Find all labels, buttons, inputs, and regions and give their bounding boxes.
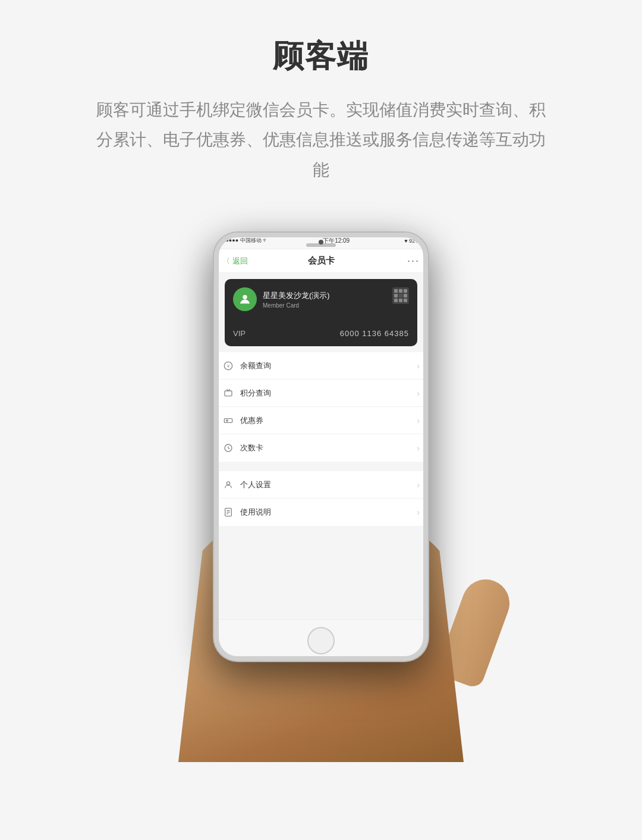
instructions-icon <box>222 506 234 518</box>
menu-item-points[interactable]: 积分查询 › <box>214 380 428 407</box>
qr-cell-5 <box>399 294 402 297</box>
vip-label: VIP <box>233 329 246 338</box>
qr-cell-4 <box>394 294 398 297</box>
qr-code-icon[interactable] <box>392 287 409 304</box>
arrow-icon-instructions: › <box>417 507 420 517</box>
nav-more-button[interactable]: ··· <box>407 255 420 267</box>
arrow-icon-profile: › <box>417 480 420 490</box>
points-icon <box>222 387 234 399</box>
section-gap <box>214 462 428 466</box>
arrow-icon-session-card: › <box>417 443 420 453</box>
card-bottom: VIP 6000 1136 64385 <box>233 329 409 338</box>
arrow-icon-points: › <box>417 388 420 398</box>
arrow-icon-coupon: › <box>417 416 420 425</box>
menu-label-instructions: 使用说明 <box>240 507 411 518</box>
member-card-section: 星星美发沙龙(演示) Member Card <box>219 279 423 346</box>
menu-label-balance: 余额查询 <box>240 361 411 371</box>
svg-text:¥: ¥ <box>227 363 229 368</box>
menu-label-points: 积分查询 <box>240 388 411 399</box>
session-card-icon <box>222 442 234 454</box>
menu-item-coupon[interactable]: 优惠券 › <box>214 407 428 434</box>
member-card[interactable]: 星星美发沙龙(演示) Member Card <box>225 279 417 346</box>
card-shop-name: 星星美发沙龙(演示) <box>263 290 409 301</box>
nav-title: 会员卡 <box>308 255 335 267</box>
profile-icon <box>222 479 234 491</box>
menu-label-coupon: 优惠券 <box>240 415 411 426</box>
qr-cell-9 <box>404 299 407 302</box>
svg-point-7 <box>226 481 229 484</box>
status-carrier: ●●●●● 中国移动 ᯤ <box>222 237 268 245</box>
qr-cell-1 <box>394 289 398 293</box>
qr-cell-7 <box>394 299 398 302</box>
card-number: 6000 1136 64385 <box>340 329 409 338</box>
menu-item-session-card[interactable]: 次数卡 › <box>214 434 428 462</box>
card-type-label: Member Card <box>263 302 409 309</box>
qr-cell-6 <box>404 294 407 297</box>
menu-group-1: ¥ 余额查询 › 积分查询 › <box>214 352 428 462</box>
card-avatar <box>233 287 257 311</box>
svg-point-0 <box>243 295 247 299</box>
menu-label-session-card: 次数卡 <box>240 443 411 453</box>
qr-cell-8 <box>399 299 402 302</box>
phone-mockup: ●●●●● 中国移动 ᯤ 下午12:09 ♥ 92% 〈 返回 会员卡 ··· <box>155 233 487 744</box>
menu-item-balance[interactable]: ¥ 余额查询 › <box>214 352 428 380</box>
page-subtitle: 顾客可通过手机绑定微信会员卡。实现储值消费实时查询、积分累计、电子优惠券、优惠信… <box>89 95 553 185</box>
app-nav: 〈 返回 会员卡 ··· <box>214 249 428 273</box>
menu-item-profile[interactable]: 个人设置 › <box>214 471 428 499</box>
coupon-icon <box>222 415 234 427</box>
arrow-icon-balance: › <box>417 361 420 371</box>
qr-cell-3 <box>404 289 407 293</box>
svg-rect-3 <box>225 391 232 396</box>
phone-camera <box>319 240 323 245</box>
card-info: 星星美发沙龙(演示) Member Card <box>263 290 409 309</box>
balance-icon: ¥ <box>222 360 234 372</box>
nav-back-button[interactable]: 〈 返回 <box>222 256 248 267</box>
page-wrapper: 顾客端 顾客可通过手机绑定微信会员卡。实现储值消费实时查询、积分累计、电子优惠券… <box>0 0 642 768</box>
svg-point-5 <box>226 419 228 421</box>
home-button[interactable] <box>307 627 335 654</box>
menu-label-profile: 个人设置 <box>240 479 411 490</box>
screen-content: 星星美发沙龙(演示) Member Card <box>214 273 428 619</box>
page-title: 顾客端 <box>273 36 369 77</box>
status-battery: ♥ 92% <box>404 238 420 244</box>
phone-bottom-bar <box>214 619 428 661</box>
menu-group-2: 个人设置 › 使用说明 › <box>214 471 428 526</box>
phone-body: ●●●●● 中国移动 ᯤ 下午12:09 ♥ 92% 〈 返回 会员卡 ··· <box>214 233 428 661</box>
menu-item-instructions[interactable]: 使用说明 › <box>214 499 428 526</box>
qr-cell-2 <box>399 289 402 293</box>
phone-screen: ●●●●● 中国移动 ᯤ 下午12:09 ♥ 92% 〈 返回 会员卡 ··· <box>214 233 428 661</box>
card-top: 星星美发沙龙(演示) Member Card <box>233 287 409 311</box>
